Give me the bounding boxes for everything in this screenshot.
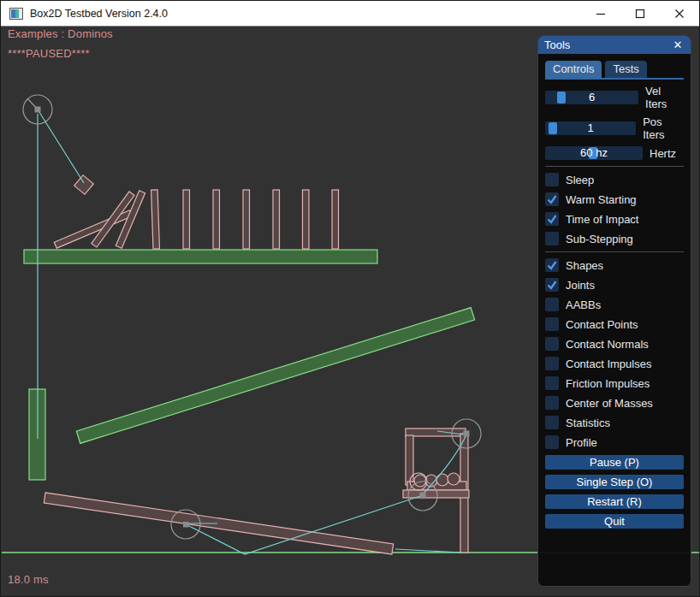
slider-label: Vel Iters [645, 85, 684, 110]
slider-value: 1 [545, 121, 636, 135]
pos-iters-slider[interactable]: 1 [545, 121, 636, 135]
ball [448, 473, 460, 485]
upright-domino [213, 190, 220, 249]
check-icon [546, 259, 558, 271]
checkbox-contact-points[interactable]: Contact Points [545, 317, 684, 331]
maximize-icon [635, 9, 645, 19]
pause-button[interactable]: Pause (P) [545, 455, 684, 470]
frame-left-post [406, 435, 413, 485]
restart-button[interactable]: Restart (R) [545, 494, 684, 509]
frame-top-bar [406, 429, 466, 436]
checkbox-statistics[interactable]: Statistics [545, 416, 684, 429]
checkbox-box[interactable] [545, 212, 559, 226]
upright-domino [303, 190, 310, 249]
checkbox-center-of-masses[interactable]: Center of Masses [545, 396, 684, 410]
minimize-button[interactable] [581, 1, 620, 26]
close-button[interactable] [660, 1, 699, 26]
separator [545, 166, 684, 167]
tools-panel-title: Tools [544, 38, 671, 51]
checkbox-box[interactable] [545, 357, 559, 370]
pendulum-bob [74, 175, 94, 195]
checkbox-joints[interactable]: Joints [545, 278, 684, 292]
vel-iters-slider-row: 6 Vel Iters [545, 85, 684, 110]
pos-iters-slider-row: 1 Pos Iters [545, 115, 684, 141]
tab-tests[interactable]: Tests [605, 61, 646, 78]
checkbox-sleep[interactable]: Sleep [545, 173, 684, 186]
close-icon [674, 9, 685, 19]
app-icon[interactable] [9, 7, 23, 21]
checkbox-warm-starting[interactable]: Warm Starting [545, 192, 684, 206]
checkbox-box[interactable] [545, 376, 559, 390]
checkbox-box[interactable] [545, 298, 559, 311]
tools-panel-titlebar[interactable]: Tools ✕ [538, 36, 691, 54]
panel-close-icon[interactable]: ✕ [671, 38, 685, 51]
checkbox-friction-impulses[interactable]: Friction Impulses [545, 376, 684, 390]
ball [414, 475, 426, 487]
tilted-plank [44, 493, 393, 554]
checkbox-aabbs[interactable]: AABBs [545, 298, 684, 311]
tools-panel: Tools ✕ Controls Tests 6 Vel Iters 1 Pos… [537, 35, 691, 587]
checkbox-box[interactable] [545, 396, 559, 410]
example-name-label: Examples : Dominos [8, 27, 113, 40]
window-title: Box2D Testbed Version 2.4.0 [30, 8, 581, 20]
upright-domino [243, 190, 250, 249]
slider-value: 6 [545, 91, 638, 104]
checkbox-shapes[interactable]: Shapes [545, 258, 684, 272]
upright-domino [183, 190, 190, 249]
checkbox-contact-normals[interactable]: Contact Normals [545, 337, 684, 351]
check-icon [546, 213, 558, 225]
tab-controls[interactable]: Controls [545, 61, 602, 78]
check-icon [546, 279, 558, 291]
single-step-button[interactable]: Single Step (O) [545, 475, 684, 489]
checkbox-box[interactable] [545, 435, 559, 449]
checkbox-box[interactable] [545, 192, 559, 206]
hertz-slider[interactable]: 60 hz [545, 146, 643, 160]
quit-button[interactable]: Quit [545, 514, 684, 529]
maximize-button[interactable] [620, 1, 660, 26]
slider-label: Pos Iters [643, 115, 684, 141]
checkbox-box[interactable] [545, 278, 559, 292]
checkbox-time-of-impact[interactable]: Time of Impact [545, 212, 684, 226]
frame-time-label: 18.0 ms [8, 573, 49, 586]
domino-shelf [24, 250, 377, 263]
checkbox-box[interactable] [545, 337, 559, 351]
separator [545, 251, 684, 252]
checkbox-box[interactable] [545, 258, 559, 272]
bob-rope [38, 109, 84, 183]
dynamic-bodies [44, 175, 469, 554]
tab-bar: Controls Tests [545, 61, 684, 80]
checkbox-box[interactable] [545, 173, 559, 186]
checkbox-box[interactable] [545, 317, 559, 331]
ball [436, 474, 448, 486]
checkbox-box[interactable] [545, 416, 559, 429]
check-icon [546, 193, 558, 205]
checkbox-sub-stepping[interactable]: Sub-Stepping [545, 232, 684, 245]
upright-domino [273, 190, 280, 249]
upright-domino [332, 190, 339, 249]
hertz-slider-row: 60 hz Hertz [545, 146, 684, 160]
paused-status-label: ****PAUSED**** [8, 47, 90, 60]
checkbox-box[interactable] [545, 232, 559, 245]
slider-value: 60 hz [545, 146, 643, 160]
checkbox-profile[interactable]: Profile [545, 435, 684, 449]
checkbox-contact-impulses[interactable]: Contact Impulses [545, 357, 684, 370]
long-ramp [76, 308, 474, 444]
upright-domino [151, 190, 160, 249]
window-titlebar[interactable]: Box2D Testbed Version 2.4.0 [1, 1, 699, 27]
vel-iters-slider[interactable]: 6 [545, 91, 638, 104]
minimize-icon [596, 9, 606, 19]
slider-label: Hertz [650, 147, 676, 160]
